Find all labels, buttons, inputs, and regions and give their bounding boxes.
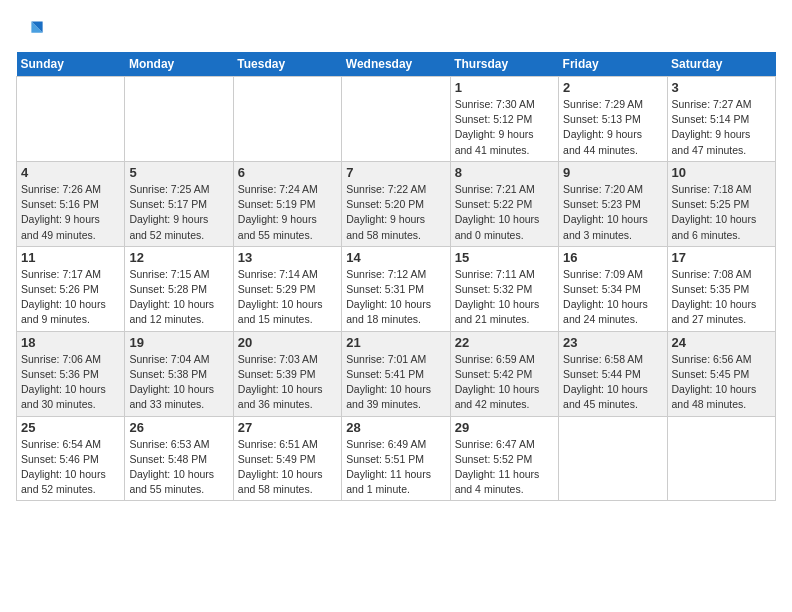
calendar-cell: 22Sunrise: 6:59 AM Sunset: 5:42 PM Dayli… [450,331,558,416]
day-info: Sunrise: 6:53 AM Sunset: 5:48 PM Dayligh… [129,437,228,498]
header-sunday: Sunday [17,52,125,77]
day-number: 28 [346,420,445,435]
day-info: Sunrise: 7:20 AM Sunset: 5:23 PM Dayligh… [563,182,662,243]
day-info: Sunrise: 7:03 AM Sunset: 5:39 PM Dayligh… [238,352,337,413]
calendar-cell: 26Sunrise: 6:53 AM Sunset: 5:48 PM Dayli… [125,416,233,501]
day-number: 12 [129,250,228,265]
day-number: 25 [21,420,120,435]
day-info: Sunrise: 7:12 AM Sunset: 5:31 PM Dayligh… [346,267,445,328]
header-friday: Friday [559,52,667,77]
calendar-cell: 27Sunrise: 6:51 AM Sunset: 5:49 PM Dayli… [233,416,341,501]
day-number: 1 [455,80,554,95]
day-number: 29 [455,420,554,435]
page-header [16,16,776,44]
calendar-cell [342,77,450,162]
calendar-week-row: 11Sunrise: 7:17 AM Sunset: 5:26 PM Dayli… [17,246,776,331]
day-info: Sunrise: 6:56 AM Sunset: 5:45 PM Dayligh… [672,352,771,413]
day-info: Sunrise: 7:29 AM Sunset: 5:13 PM Dayligh… [563,97,662,158]
day-number: 7 [346,165,445,180]
day-number: 10 [672,165,771,180]
calendar-cell [233,77,341,162]
calendar-week-row: 18Sunrise: 7:06 AM Sunset: 5:36 PM Dayli… [17,331,776,416]
day-number: 19 [129,335,228,350]
calendar-week-row: 25Sunrise: 6:54 AM Sunset: 5:46 PM Dayli… [17,416,776,501]
calendar-cell: 19Sunrise: 7:04 AM Sunset: 5:38 PM Dayli… [125,331,233,416]
calendar-cell: 9Sunrise: 7:20 AM Sunset: 5:23 PM Daylig… [559,161,667,246]
day-info: Sunrise: 7:18 AM Sunset: 5:25 PM Dayligh… [672,182,771,243]
day-number: 26 [129,420,228,435]
calendar-cell: 15Sunrise: 7:11 AM Sunset: 5:32 PM Dayli… [450,246,558,331]
day-number: 27 [238,420,337,435]
calendar-cell [559,416,667,501]
day-number: 3 [672,80,771,95]
day-info: Sunrise: 7:26 AM Sunset: 5:16 PM Dayligh… [21,182,120,243]
day-info: Sunrise: 7:27 AM Sunset: 5:14 PM Dayligh… [672,97,771,158]
day-info: Sunrise: 7:17 AM Sunset: 5:26 PM Dayligh… [21,267,120,328]
calendar-cell: 20Sunrise: 7:03 AM Sunset: 5:39 PM Dayli… [233,331,341,416]
day-info: Sunrise: 7:14 AM Sunset: 5:29 PM Dayligh… [238,267,337,328]
calendar-cell [667,416,775,501]
day-number: 8 [455,165,554,180]
day-info: Sunrise: 6:51 AM Sunset: 5:49 PM Dayligh… [238,437,337,498]
day-info: Sunrise: 7:22 AM Sunset: 5:20 PM Dayligh… [346,182,445,243]
day-number: 4 [21,165,120,180]
header-saturday: Saturday [667,52,775,77]
calendar-cell [17,77,125,162]
day-number: 6 [238,165,337,180]
day-info: Sunrise: 7:21 AM Sunset: 5:22 PM Dayligh… [455,182,554,243]
day-number: 21 [346,335,445,350]
day-number: 5 [129,165,228,180]
day-number: 18 [21,335,120,350]
calendar-cell: 17Sunrise: 7:08 AM Sunset: 5:35 PM Dayli… [667,246,775,331]
day-number: 13 [238,250,337,265]
calendar-cell [125,77,233,162]
header-tuesday: Tuesday [233,52,341,77]
calendar-cell: 1Sunrise: 7:30 AM Sunset: 5:12 PM Daylig… [450,77,558,162]
calendar-cell: 3Sunrise: 7:27 AM Sunset: 5:14 PM Daylig… [667,77,775,162]
day-info: Sunrise: 6:49 AM Sunset: 5:51 PM Dayligh… [346,437,445,498]
day-number: 9 [563,165,662,180]
calendar-cell: 24Sunrise: 6:56 AM Sunset: 5:45 PM Dayli… [667,331,775,416]
calendar-cell: 2Sunrise: 7:29 AM Sunset: 5:13 PM Daylig… [559,77,667,162]
calendar-cell: 13Sunrise: 7:14 AM Sunset: 5:29 PM Dayli… [233,246,341,331]
day-info: Sunrise: 7:30 AM Sunset: 5:12 PM Dayligh… [455,97,554,158]
header-wednesday: Wednesday [342,52,450,77]
calendar-cell: 4Sunrise: 7:26 AM Sunset: 5:16 PM Daylig… [17,161,125,246]
calendar-cell: 11Sunrise: 7:17 AM Sunset: 5:26 PM Dayli… [17,246,125,331]
calendar-cell: 18Sunrise: 7:06 AM Sunset: 5:36 PM Dayli… [17,331,125,416]
day-info: Sunrise: 7:11 AM Sunset: 5:32 PM Dayligh… [455,267,554,328]
day-info: Sunrise: 7:08 AM Sunset: 5:35 PM Dayligh… [672,267,771,328]
calendar-cell: 21Sunrise: 7:01 AM Sunset: 5:41 PM Dayli… [342,331,450,416]
day-number: 23 [563,335,662,350]
day-info: Sunrise: 6:54 AM Sunset: 5:46 PM Dayligh… [21,437,120,498]
calendar-cell: 14Sunrise: 7:12 AM Sunset: 5:31 PM Dayli… [342,246,450,331]
day-info: Sunrise: 7:24 AM Sunset: 5:19 PM Dayligh… [238,182,337,243]
day-number: 22 [455,335,554,350]
day-info: Sunrise: 7:04 AM Sunset: 5:38 PM Dayligh… [129,352,228,413]
calendar-cell: 29Sunrise: 6:47 AM Sunset: 5:52 PM Dayli… [450,416,558,501]
calendar-cell: 25Sunrise: 6:54 AM Sunset: 5:46 PM Dayli… [17,416,125,501]
day-info: Sunrise: 6:47 AM Sunset: 5:52 PM Dayligh… [455,437,554,498]
calendar-week-row: 4Sunrise: 7:26 AM Sunset: 5:16 PM Daylig… [17,161,776,246]
calendar-cell: 10Sunrise: 7:18 AM Sunset: 5:25 PM Dayli… [667,161,775,246]
calendar-cell: 5Sunrise: 7:25 AM Sunset: 5:17 PM Daylig… [125,161,233,246]
day-number: 11 [21,250,120,265]
day-number: 2 [563,80,662,95]
calendar-cell: 7Sunrise: 7:22 AM Sunset: 5:20 PM Daylig… [342,161,450,246]
day-number: 24 [672,335,771,350]
calendar-cell: 28Sunrise: 6:49 AM Sunset: 5:51 PM Dayli… [342,416,450,501]
day-number: 17 [672,250,771,265]
day-info: Sunrise: 6:58 AM Sunset: 5:44 PM Dayligh… [563,352,662,413]
calendar-week-row: 1Sunrise: 7:30 AM Sunset: 5:12 PM Daylig… [17,77,776,162]
calendar-cell: 6Sunrise: 7:24 AM Sunset: 5:19 PM Daylig… [233,161,341,246]
calendar-table: SundayMondayTuesdayWednesdayThursdayFrid… [16,52,776,501]
calendar-cell: 16Sunrise: 7:09 AM Sunset: 5:34 PM Dayli… [559,246,667,331]
day-info: Sunrise: 7:06 AM Sunset: 5:36 PM Dayligh… [21,352,120,413]
day-info: Sunrise: 7:01 AM Sunset: 5:41 PM Dayligh… [346,352,445,413]
day-number: 15 [455,250,554,265]
day-number: 16 [563,250,662,265]
header-monday: Monday [125,52,233,77]
logo [16,16,48,44]
day-info: Sunrise: 7:09 AM Sunset: 5:34 PM Dayligh… [563,267,662,328]
calendar-cell: 23Sunrise: 6:58 AM Sunset: 5:44 PM Dayli… [559,331,667,416]
